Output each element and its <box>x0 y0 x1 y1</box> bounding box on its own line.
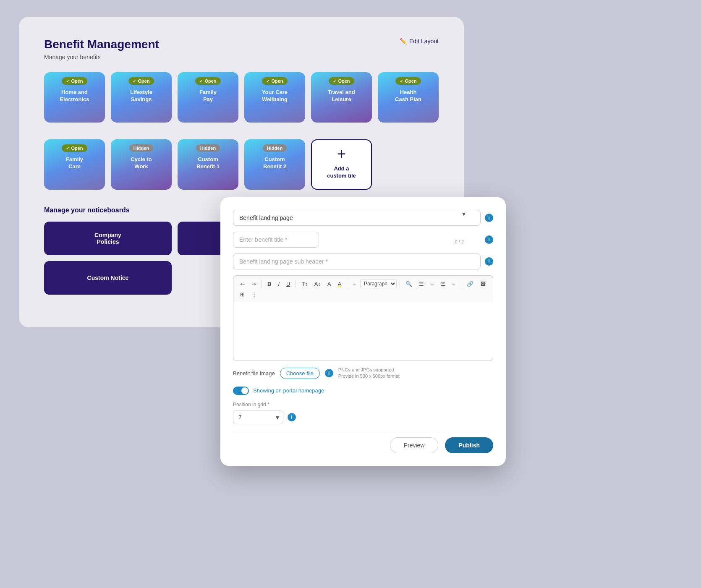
position-select[interactable]: 7 123 456 8910 <box>233 410 283 424</box>
separator-4 <box>400 280 400 287</box>
tile-badge-your-care: ✓ Open <box>262 77 287 85</box>
rich-text-editor-group: ↩ ↪ B I U T↕ A↕ A A ≡ Paragraph Heading … <box>233 275 493 361</box>
more-btn[interactable]: ⋮ <box>249 290 259 299</box>
image-hint: PNGs and JPGs supported Provide in 500 x… <box>338 367 400 380</box>
tiles-grid-row1: ✓ Open Home andElectronics ✓ Open Lifest… <box>44 72 439 123</box>
image-info-icon[interactable]: i <box>325 369 333 377</box>
tile-add-custom[interactable]: + Add acustom tile <box>311 139 372 190</box>
tile-label-family-pay: FamilyPay <box>199 89 217 103</box>
image-upload-label: Benefit tile image <box>233 370 275 376</box>
bold-btn[interactable]: B <box>265 280 274 288</box>
tile-label-custom-benefit-1: CustomBenefit 1 <box>196 156 220 170</box>
separator-5 <box>461 280 461 287</box>
tile-health-cash[interactable]: ✓ Open HealthCash Plan <box>378 72 439 123</box>
tile-badge-family-pay: ✓ Open <box>195 77 220 85</box>
page-title: Benefit Management <box>44 38 159 51</box>
tile-badge-custom-benefit-1: Hidden <box>196 144 220 152</box>
align-btn[interactable]: ≡ <box>350 280 358 288</box>
image-btn[interactable]: 🖼 <box>478 280 488 288</box>
tile-badge-lifestyle-savings: ✓ Open <box>128 77 154 85</box>
modal-footer: Preview Publish <box>233 433 493 453</box>
outdent-btn[interactable]: ≡ <box>450 280 458 288</box>
noticeboard-label-company-policies: CompanyPolicies <box>94 232 121 245</box>
bg-color-btn[interactable]: A <box>335 280 344 288</box>
editor-body[interactable] <box>233 302 493 361</box>
publish-button[interactable]: Publish <box>445 437 493 453</box>
separator-2 <box>296 280 296 287</box>
number-list-btn[interactable]: ≡ <box>428 280 437 288</box>
tile-family-pay[interactable]: ✓ Open FamilyPay <box>178 72 238 123</box>
underline-btn[interactable]: U <box>284 280 293 288</box>
noticeboard-label-custom-notice: Custom Notice <box>87 274 129 281</box>
tile-label-travel-leisure: Travel andLeisure <box>328 89 355 103</box>
tile-family-care[interactable]: ✓ Open FamilyCare <box>44 139 105 190</box>
image-upload-group: Benefit tile image Choose file i PNGs an… <box>233 367 493 380</box>
tile-travel-leisure[interactable]: ✓ Open Travel andLeisure <box>311 72 372 123</box>
portal-homepage-toggle[interactable] <box>233 387 249 395</box>
edit-layout-label: Edit Layout <box>409 38 439 44</box>
editor-toolbar: ↩ ↪ B I U T↕ A↕ A A ≡ Paragraph Heading … <box>233 275 493 302</box>
indent-btn[interactable]: ☰ <box>438 280 448 288</box>
landing-page-info-icon[interactable]: i <box>485 214 493 222</box>
image-hint-line1: PNGs and JPGs supported <box>338 367 400 373</box>
tile-label-home-electronics: Home andElectronics <box>60 89 89 103</box>
redo-btn[interactable]: ↪ <box>249 280 259 288</box>
tile-custom-benefit-1[interactable]: Hidden CustomBenefit 1 <box>178 139 238 190</box>
tile-add-label: Add acustom tile <box>327 165 356 180</box>
bullet-list-btn[interactable]: ☰ <box>416 280 426 288</box>
font-family-btn[interactable]: A↕ <box>312 280 323 288</box>
undo-btn[interactable]: ↩ <box>238 280 247 288</box>
subheader-info-icon[interactable]: i <box>485 257 493 266</box>
tile-custom-benefit-2[interactable]: Hidden CustomBenefit 2 <box>244 139 305 190</box>
benefit-title-info-icon[interactable]: i <box>485 235 493 244</box>
benefit-title-group: 0 / 2 i <box>233 232 493 248</box>
tile-cycle-work[interactable]: Hidden Cycle toWork <box>111 139 172 190</box>
landing-page-dropdown-group: Benefit landing page Custom page Externa… <box>233 210 493 226</box>
position-group: Position in grid * 7 123 456 8910 ▾ i <box>233 402 493 424</box>
pencil-icon: ✏️ <box>400 38 407 44</box>
separator-1 <box>262 280 262 287</box>
noticeboard-company-policies[interactable]: CompanyPolicies <box>44 222 172 255</box>
tile-badge-home-electronics: ✓ Open <box>62 77 87 85</box>
preview-button[interactable]: Preview <box>390 437 439 453</box>
position-info-icon[interactable]: i <box>288 413 296 421</box>
search-btn[interactable]: 🔍 <box>403 280 415 288</box>
tile-label-cycle-work: Cycle toWork <box>131 156 152 170</box>
image-hint-line2: Provide in 500 x 500px format <box>338 373 400 379</box>
tile-label-lifestyle-savings: LifestyleSavings <box>130 89 152 103</box>
toggle-thumb <box>241 387 248 394</box>
plus-icon: + <box>337 145 346 163</box>
separator-3 <box>347 280 347 287</box>
position-label: Position in grid * <box>233 402 493 408</box>
subheader-input[interactable] <box>233 253 481 269</box>
tile-lifestyle-savings[interactable]: ✓ Open LifestyleSavings <box>111 72 172 123</box>
edit-layout-button[interactable]: ✏️ Edit Layout <box>400 38 439 44</box>
subheader-group: i <box>233 253 493 269</box>
toggle-label: Showing on portal homepage <box>253 387 324 394</box>
tile-home-electronics[interactable]: ✓ Open Home andElectronics <box>44 72 105 123</box>
tile-label-custom-benefit-2: CustomBenefit 2 <box>263 156 286 170</box>
tile-label-your-care: Your CareWellbeing <box>262 89 288 103</box>
tile-badge-health-cash: ✓ Open <box>395 77 421 85</box>
italic-btn[interactable]: I <box>275 280 282 288</box>
landing-page-select[interactable]: Benefit landing page Custom page Externa… <box>233 210 481 226</box>
toggle-group: Showing on portal homepage <box>233 387 493 395</box>
font-color-btn[interactable]: A <box>325 280 334 288</box>
link-btn[interactable]: 🔗 <box>464 280 476 288</box>
benefit-title-input[interactable] <box>233 232 319 248</box>
tile-badge-travel-leisure: ✓ Open <box>329 77 354 85</box>
tile-badge-cycle-work: Hidden <box>129 144 153 152</box>
page-subtitle: Manage your benefits <box>44 54 159 60</box>
tile-badge-custom-benefit-2: Hidden <box>263 144 287 152</box>
tile-your-care[interactable]: ✓ Open Your CareWellbeing <box>244 72 305 123</box>
noticeboard-custom-notice[interactable]: Custom Notice <box>44 261 172 295</box>
tile-badge-family-care: ✓ Open <box>62 144 87 152</box>
tile-label-health-cash: HealthCash Plan <box>395 89 421 103</box>
tiles-grid-row2: ✓ Open FamilyCare Hidden Cycle toWork Hi… <box>44 139 439 190</box>
add-tile-modal: Benefit landing page Custom page Externa… <box>220 197 506 466</box>
choose-file-button[interactable]: Choose file <box>280 368 320 379</box>
tile-label-family-care: FamilyCare <box>66 156 83 170</box>
table-btn[interactable]: ⊞ <box>238 290 247 299</box>
font-size-btn[interactable]: T↕ <box>299 280 310 288</box>
paragraph-select[interactable]: Paragraph Heading 1 Heading 2 <box>360 279 397 288</box>
